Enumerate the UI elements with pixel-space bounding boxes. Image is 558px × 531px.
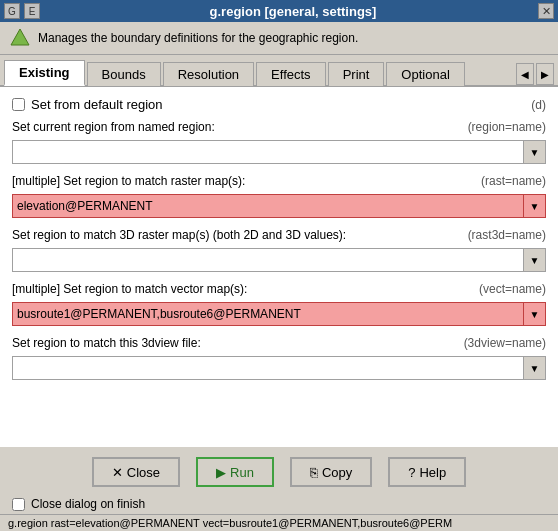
3dview-label: Set region to match this 3dview file: bbox=[12, 336, 456, 350]
titlebar-title: g.region [general, settings] bbox=[48, 4, 538, 19]
subtitle-bar: Manages the boundary definitions for the… bbox=[0, 22, 558, 55]
copy-button[interactable]: ⎘ Copy bbox=[290, 457, 372, 487]
3dview-input[interactable] bbox=[12, 356, 524, 380]
titlebar: G E g.region [general, settings] ✕ bbox=[0, 0, 558, 22]
raster3d-input[interactable] bbox=[12, 248, 524, 272]
3dview-flag: (3dview=name) bbox=[464, 336, 546, 350]
main-content: Set from default region (d) Set current … bbox=[0, 87, 558, 447]
copy-icon: ⎘ bbox=[310, 465, 318, 480]
copy-label: Copy bbox=[322, 465, 352, 480]
raster3d-input-row: ▼ bbox=[12, 248, 546, 272]
titlebar-icons: G E bbox=[4, 3, 40, 19]
3dview-input-row: ▼ bbox=[12, 356, 546, 380]
named-region-label-row: Set current region from named region: (r… bbox=[12, 120, 546, 134]
vector-input[interactable] bbox=[12, 302, 524, 326]
default-region-checkbox[interactable] bbox=[12, 98, 25, 111]
close-button[interactable]: ✕ Close bbox=[92, 457, 180, 487]
raster-dropdown-button[interactable]: ▼ bbox=[524, 194, 546, 218]
tab-print[interactable]: Print bbox=[328, 62, 385, 86]
raster-label: [multiple] Set region to match raster ma… bbox=[12, 174, 473, 188]
run-button[interactable]: ▶ Run bbox=[196, 457, 274, 487]
named-region-flag: (region=name) bbox=[468, 120, 546, 134]
raster-flag: (rast=name) bbox=[481, 174, 546, 188]
help-button[interactable]: ? Help bbox=[388, 457, 466, 487]
subtitle-text: Manages the boundary definitions for the… bbox=[38, 31, 358, 45]
raster3d-flag: (rast3d=name) bbox=[468, 228, 546, 242]
raster-input-row: ▼ bbox=[12, 194, 546, 218]
named-region-input-row: ▼ bbox=[12, 140, 546, 164]
tab-navigation: ◀ ▶ bbox=[516, 63, 554, 85]
grass-logo-icon bbox=[8, 26, 32, 50]
default-region-label: Set from default region bbox=[31, 97, 163, 112]
raster-label-row: [multiple] Set region to match raster ma… bbox=[12, 174, 546, 188]
close-label: Close bbox=[127, 465, 160, 480]
tab-next-button[interactable]: ▶ bbox=[536, 63, 554, 85]
close-dialog-label: Close dialog on finish bbox=[31, 497, 145, 511]
default-region-flag: (d) bbox=[531, 98, 546, 112]
close-dialog-checkbox[interactable] bbox=[12, 498, 25, 511]
tab-resolution[interactable]: Resolution bbox=[163, 62, 254, 86]
help-label: Help bbox=[419, 465, 446, 480]
svg-marker-0 bbox=[11, 29, 29, 45]
named-region-dropdown-button[interactable]: ▼ bbox=[524, 140, 546, 164]
vector-dropdown-button[interactable]: ▼ bbox=[524, 302, 546, 326]
vector-label: [multiple] Set region to match vector ma… bbox=[12, 282, 471, 296]
vector-input-row: ▼ bbox=[12, 302, 546, 326]
run-icon: ▶ bbox=[216, 465, 226, 480]
3dview-label-row: Set region to match this 3dview file: (3… bbox=[12, 336, 546, 350]
raster-input[interactable] bbox=[12, 194, 524, 218]
tab-effects[interactable]: Effects bbox=[256, 62, 326, 86]
raster3d-label: Set region to match 3D raster map(s) (bo… bbox=[12, 228, 460, 242]
tab-existing[interactable]: Existing bbox=[4, 60, 85, 86]
raster3d-dropdown-button[interactable]: ▼ bbox=[524, 248, 546, 272]
named-region-input[interactable] bbox=[12, 140, 524, 164]
close-icon: ✕ bbox=[112, 465, 123, 480]
tab-prev-button[interactable]: ◀ bbox=[516, 63, 534, 85]
titlebar-icon-e: E bbox=[24, 3, 40, 19]
default-region-row: Set from default region (d) bbox=[12, 97, 546, 112]
raster3d-label-row: Set region to match 3D raster map(s) (bo… bbox=[12, 228, 546, 242]
run-label: Run bbox=[230, 465, 254, 480]
statusbar: g.region rast=elevation@PERMANENT vect=b… bbox=[0, 514, 558, 531]
close-window-button[interactable]: ✕ bbox=[538, 3, 554, 19]
tabs-row: Existing Bounds Resolution Effects Print… bbox=[0, 55, 558, 87]
vector-label-row: [multiple] Set region to match vector ma… bbox=[12, 282, 546, 296]
vector-flag: (vect=name) bbox=[479, 282, 546, 296]
tab-optional[interactable]: Optional bbox=[386, 62, 464, 86]
3dview-dropdown-button[interactable]: ▼ bbox=[524, 356, 546, 380]
help-icon: ? bbox=[408, 465, 415, 480]
titlebar-icon-g: G bbox=[4, 3, 20, 19]
named-region-label: Set current region from named region: bbox=[12, 120, 460, 134]
statusbar-text: g.region rast=elevation@PERMANENT vect=b… bbox=[8, 517, 452, 529]
buttons-row: ✕ Close ▶ Run ⎘ Copy ? Help bbox=[0, 447, 558, 495]
close-dialog-row: Close dialog on finish bbox=[0, 495, 558, 513]
tab-bounds[interactable]: Bounds bbox=[87, 62, 161, 86]
